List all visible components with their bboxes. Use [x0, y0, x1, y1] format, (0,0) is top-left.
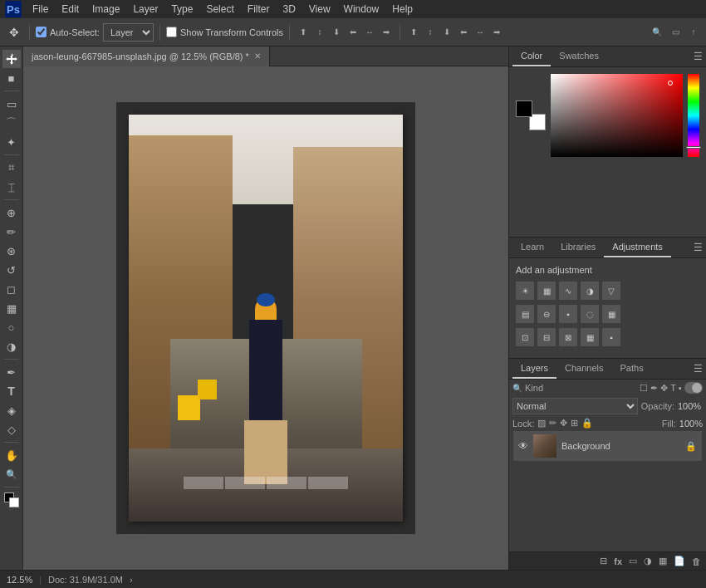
adjustments-panel-menu[interactable]: ☰: [694, 242, 703, 253]
tab-libraries[interactable]: Libraries: [552, 238, 604, 257]
distribute-top[interactable]: ⬆: [406, 25, 421, 40]
new-group-btn[interactable]: ▦: [659, 556, 667, 566]
move-tool-options[interactable]: ✥: [5, 23, 23, 42]
menu-help[interactable]: Help: [386, 2, 419, 17]
color-panel-menu[interactable]: ☰: [694, 51, 703, 62]
gradient-tool[interactable]: ▦: [2, 299, 21, 317]
shape-tool[interactable]: ◇: [2, 420, 21, 439]
tab-layers[interactable]: Layers: [512, 359, 556, 379]
hue-bar[interactable]: [688, 74, 699, 157]
layer-item-background[interactable]: 👁 Background 🔒: [512, 430, 703, 462]
artboard-tool[interactable]: ■: [2, 69, 21, 87]
menu-layer[interactable]: Layer: [127, 2, 164, 17]
selective-color-btn[interactable]: ▪: [602, 328, 620, 346]
layer-filter-icon-1[interactable]: ☐: [640, 383, 648, 394]
autoselect-dropdown[interactable]: Layer Group: [103, 23, 154, 42]
new-layer-btn[interactable]: 📄: [674, 556, 685, 566]
channel-mixer-btn[interactable]: ▦: [602, 305, 620, 323]
layer-filter-icon-4[interactable]: T: [670, 383, 676, 393]
invert-btn[interactable]: ⊡: [516, 328, 534, 346]
foreground-color-box[interactable]: [516, 100, 532, 117]
add-mask-btn[interactable]: ▭: [629, 556, 637, 566]
align-vcenter[interactable]: ↕: [312, 25, 327, 40]
distribute-hcenter[interactable]: ↔: [473, 25, 488, 40]
distribute-bottom[interactable]: ⬇: [439, 25, 454, 40]
tab-learn[interactable]: Learn: [512, 238, 552, 257]
hue-saturation-btn[interactable]: ▤: [516, 305, 534, 323]
foreground-background-color[interactable]: [2, 491, 21, 509]
menu-filter[interactable]: Filter: [242, 2, 276, 17]
move-tool[interactable]: [2, 50, 21, 68]
distribute-vcenter[interactable]: ↕: [423, 25, 438, 40]
lock-image-pixels[interactable]: ✏: [549, 418, 556, 429]
close-tab-button[interactable]: ✕: [254, 51, 261, 61]
tab-color[interactable]: Color: [512, 47, 551, 66]
levels-btn[interactable]: ▦: [537, 282, 556, 300]
link-layers-btn[interactable]: ⊟: [600, 556, 607, 566]
menu-select[interactable]: Select: [200, 2, 239, 17]
rectangular-marquee-tool[interactable]: ▭: [2, 95, 21, 113]
tab-paths[interactable]: Paths: [612, 359, 652, 379]
opacity-value[interactable]: 100%: [678, 401, 703, 411]
delete-layer-btn[interactable]: 🗑: [692, 556, 701, 566]
hand-tool[interactable]: ✋: [2, 446, 21, 464]
new-adjustment-btn[interactable]: ◑: [644, 556, 652, 566]
menu-view[interactable]: View: [303, 2, 336, 17]
blend-mode-select[interactable]: Normal Dissolve Multiply Screen Overlay: [512, 398, 638, 414]
align-left[interactable]: ⬅: [346, 25, 360, 40]
tab-channels[interactable]: Channels: [556, 359, 611, 379]
menu-3d[interactable]: 3D: [277, 2, 301, 17]
align-bottom[interactable]: ⬇: [329, 25, 344, 40]
lasso-tool[interactable]: ⌒: [2, 114, 21, 132]
posterize-btn[interactable]: ⊟: [537, 328, 556, 346]
photo-filter-btn[interactable]: ◌: [581, 305, 599, 323]
menu-window[interactable]: Window: [338, 2, 385, 17]
path-selection-tool[interactable]: ◈: [2, 401, 21, 419]
history-brush-tool[interactable]: ↺: [2, 261, 21, 279]
document-tab[interactable]: jason-leung-667985-unsplash.jpg @ 12.5% …: [23, 47, 270, 66]
foreground-background-colors[interactable]: [516, 100, 546, 130]
layer-name[interactable]: Background: [561, 441, 680, 451]
align-hcenter[interactable]: ↔: [362, 25, 377, 40]
color-balance-btn[interactable]: ⊖: [537, 305, 556, 323]
clone-stamp-tool[interactable]: ⊛: [2, 242, 21, 260]
fx-btn[interactable]: fx: [614, 556, 622, 566]
gradient-map-btn[interactable]: ▦: [581, 328, 599, 346]
search-button[interactable]: 🔍: [650, 25, 664, 40]
curves-btn[interactable]: ∿: [559, 282, 577, 300]
menu-type[interactable]: Type: [165, 2, 199, 17]
share-button[interactable]: ↑: [686, 25, 701, 40]
lock-transparent-pixels[interactable]: ▨: [537, 418, 546, 429]
brightness-contrast-btn[interactable]: ☀: [516, 282, 534, 300]
zoom-tool[interactable]: 🔍: [2, 465, 21, 483]
eyedropper-tool[interactable]: ⌶: [2, 178, 21, 196]
dodge-tool[interactable]: ◑: [2, 337, 21, 355]
layer-filter-icon-2[interactable]: ✒: [650, 383, 658, 394]
menu-edit[interactable]: Edit: [56, 2, 85, 17]
vibrance-btn[interactable]: ▽: [602, 282, 620, 300]
info-arrow[interactable]: ›: [130, 575, 133, 585]
color-picker-gradient[interactable]: [551, 74, 683, 157]
canvas-scroll-area[interactable]: [23, 66, 508, 570]
show-transform-checkbox[interactable]: [166, 27, 177, 37]
workspace-button[interactable]: ▭: [668, 25, 683, 40]
layers-panel-menu[interactable]: ☰: [694, 363, 703, 375]
fill-value[interactable]: 100%: [679, 419, 703, 429]
color-picker-indicator[interactable]: [668, 81, 673, 86]
layer-filter-icon-3[interactable]: ✥: [660, 383, 668, 394]
threshold-btn[interactable]: ⊠: [559, 328, 577, 346]
menu-file[interactable]: File: [27, 2, 54, 17]
distribute-right[interactable]: ➡: [489, 25, 504, 40]
align-top[interactable]: ⬆: [296, 25, 311, 40]
blur-tool[interactable]: ○: [2, 318, 21, 336]
tab-swatches[interactable]: Swatches: [551, 47, 607, 66]
quick-select-tool[interactable]: ✦: [2, 133, 21, 151]
crop-tool[interactable]: ⌗: [2, 159, 21, 177]
distribute-left[interactable]: ⬅: [456, 25, 471, 40]
menu-image[interactable]: Image: [86, 2, 125, 17]
exposure-btn[interactable]: ◑: [581, 282, 599, 300]
tab-adjustments[interactable]: Adjustments: [604, 238, 671, 257]
lock-artboard[interactable]: ⊞: [571, 418, 578, 429]
healing-brush-tool[interactable]: ⊕: [2, 203, 21, 222]
brush-tool[interactable]: ✏: [2, 223, 21, 241]
